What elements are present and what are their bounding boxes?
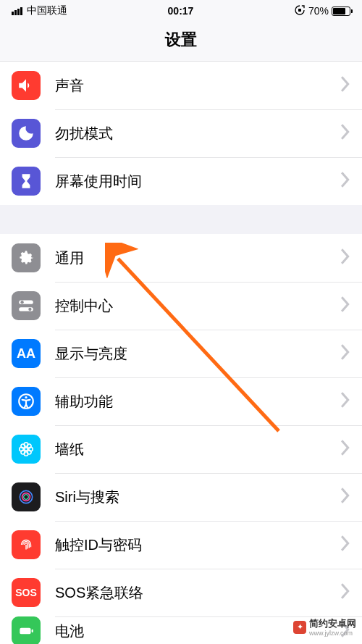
wallpaper-label: 墙纸 <box>55 440 340 459</box>
sos-row[interactable]: SOS SOS紧急联络 <box>0 569 362 616</box>
chevron-right-icon <box>340 172 350 191</box>
status-right: 70% <box>294 4 350 18</box>
battery-icon <box>332 7 350 16</box>
general-label: 通用 <box>55 248 340 268</box>
chevron-right-icon <box>340 248 350 267</box>
dnd-label: 勿扰模式 <box>55 124 340 143</box>
touchid-row[interactable]: 触控ID与密码 <box>0 521 362 569</box>
status-time: 00:17 <box>168 5 194 17</box>
accessibility-icon <box>12 387 41 416</box>
accessibility-label: 辅助功能 <box>55 392 340 411</box>
watermark-text: 简约安卓网 <box>309 617 356 630</box>
chevron-right-icon <box>340 124 350 143</box>
chevron-right-icon <box>340 583 350 602</box>
battery-icon <box>12 616 41 644</box>
fingerprint-icon <box>12 530 41 559</box>
watermark: ✦ 简约安卓网 www.jylzw.com <box>293 617 356 637</box>
sos-label: SOS紧急联络 <box>55 583 340 603</box>
chevron-right-icon <box>340 344 350 363</box>
watermark-logo-icon: ✦ <box>293 621 306 634</box>
wallpaper-row[interactable]: 墙纸 <box>0 425 362 473</box>
page-title: 设置 <box>0 22 362 62</box>
sounds-row[interactable]: 声音 <box>0 62 362 109</box>
svg-point-7 <box>25 448 28 451</box>
hourglass-icon <box>12 167 41 196</box>
status-bar: 中国联通 00:17 70% <box>0 0 362 22</box>
screentime-label: 屏幕使用时间 <box>55 172 340 191</box>
svg-point-14 <box>21 451 25 454</box>
chevron-right-icon <box>340 440 350 459</box>
sounds-label: 声音 <box>55 76 340 96</box>
siri-row[interactable]: Siri与搜索 <box>0 473 362 521</box>
svg-point-15 <box>28 451 31 454</box>
siri-icon <box>12 482 41 511</box>
svg-point-6 <box>25 396 27 398</box>
accessibility-row[interactable]: 辅助功能 <box>0 377 362 425</box>
watermark-url: www.jylzw.com <box>309 630 356 637</box>
switches-icon <box>12 291 41 320</box>
svg-rect-20 <box>32 630 33 632</box>
display-row[interactable]: AA 显示与亮度 <box>0 330 362 377</box>
svg-rect-0 <box>298 9 301 12</box>
svg-point-12 <box>21 444 25 448</box>
settings-section-2: 通用 控制中心 AA 显示与亮度 辅助功能 墙纸 Siri与搜索 <box>0 234 362 644</box>
sounds-icon <box>12 71 41 100</box>
chevron-right-icon <box>340 488 350 506</box>
chevron-right-icon <box>340 392 350 411</box>
control-center-label: 控制中心 <box>55 296 340 316</box>
battery-percent: 70% <box>308 5 329 17</box>
chevron-right-icon <box>340 296 350 315</box>
status-left: 中国联通 <box>12 4 67 17</box>
general-row[interactable]: 通用 <box>0 234 362 282</box>
control-center-row[interactable]: 控制中心 <box>0 282 362 330</box>
section-gap <box>0 205 362 234</box>
signal-icon <box>12 7 22 15</box>
touchid-label: 触控ID与密码 <box>55 535 340 555</box>
svg-point-18 <box>24 495 29 500</box>
rotation-lock-icon <box>294 4 306 18</box>
moon-icon <box>12 119 41 148</box>
siri-label: Siri与搜索 <box>55 488 340 507</box>
screentime-row[interactable]: 屏幕使用时间 <box>0 157 362 205</box>
chevron-right-icon <box>340 76 350 95</box>
gear-icon <box>12 243 41 272</box>
settings-section-1: 声音 勿扰模式 屏幕使用时间 <box>0 62 362 205</box>
svg-point-3 <box>20 301 23 304</box>
svg-point-13 <box>28 444 31 448</box>
text-size-icon: AA <box>12 339 41 368</box>
dnd-row[interactable]: 勿扰模式 <box>0 109 362 157</box>
flower-icon <box>12 435 41 464</box>
svg-point-4 <box>28 308 31 311</box>
display-label: 显示与亮度 <box>55 344 340 364</box>
chevron-right-icon <box>340 535 350 554</box>
sos-icon: SOS <box>12 578 41 607</box>
svg-rect-19 <box>20 628 30 635</box>
carrier-label: 中国联通 <box>27 4 67 17</box>
